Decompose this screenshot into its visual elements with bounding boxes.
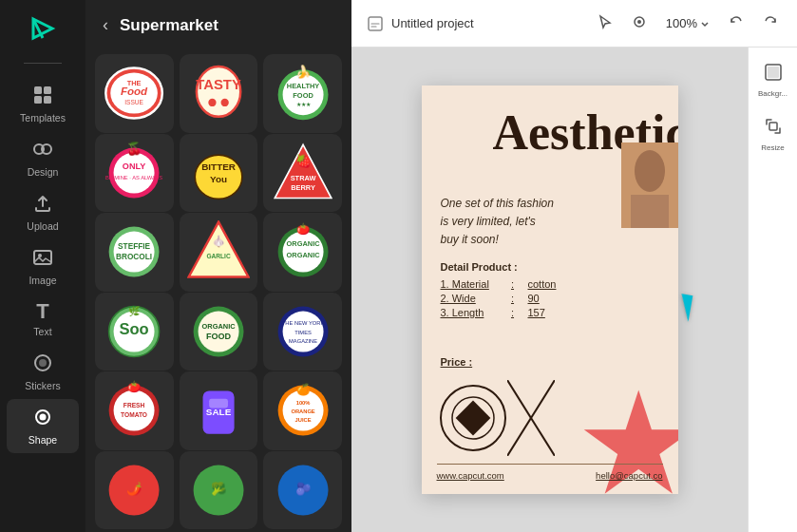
svg-rect-95 (455, 401, 490, 436)
svg-text:JUICE: JUICE (294, 418, 311, 424)
pen-tool-button[interactable] (626, 10, 653, 36)
toolbar-right: 100% (592, 10, 784, 36)
svg-point-9 (39, 359, 47, 367)
svg-point-28 (114, 152, 155, 193)
sidebar-item-templates[interactable]: Templates (7, 77, 79, 131)
svg-point-19 (208, 99, 216, 106)
sticker-item-2[interactable]: TASTY (180, 54, 258, 133)
svg-text:🍒: 🍒 (126, 142, 142, 157)
svg-text:TASTY: TASTY (196, 77, 241, 92)
canvas-workspace[interactable]: Aesthetic One set of this fashion is ver… (351, 48, 748, 532)
svg-text:★★★: ★★★ (295, 102, 310, 107)
sidebar-item-shape-label: Shape (28, 434, 57, 446)
cursor-overlay (679, 294, 691, 321)
sticker-item-8[interactable]: GARLIC 🧄 (180, 213, 258, 292)
detail-row-length: 3. Length : 157 (441, 307, 566, 318)
undo-button[interactable] (723, 10, 750, 36)
detail-row-material: 1. Material : cotton (441, 278, 566, 290)
sticker-item-9[interactable]: ORGANIC ORGANIC 🍅 (263, 213, 342, 292)
svg-text:BITTER: BITTER (201, 162, 236, 172)
project-title: Untitled project (391, 16, 474, 30)
svg-text:FOOD: FOOD (293, 91, 313, 100)
design-price-label: Price : (441, 356, 473, 368)
project-icon (365, 13, 386, 34)
sticker-item-13[interactable]: FRESH TOMATO 🍅 (95, 371, 174, 450)
sidebar-item-stickers-label: Stickers (25, 380, 60, 391)
sticker-item-1[interactable]: THE Food ISSUE (95, 54, 174, 133)
design-details: Detail Product : 1. Material : cotton 2.… (441, 261, 566, 321)
svg-text:STEFFIE: STEFFIE (118, 242, 150, 251)
panel-back-button[interactable]: ‹ (99, 13, 112, 37)
image-icon (32, 247, 53, 271)
sticker-item-16[interactable]: 🌶️ (95, 451, 174, 530)
svg-text:TOMATO: TOMATO (121, 411, 147, 418)
sticker-item-10[interactable]: Soo 🌿 (95, 293, 174, 371)
sticker-item-11[interactable]: ORGANIC FOOD (180, 293, 258, 371)
svg-rect-92 (631, 195, 669, 228)
sidebar-item-design[interactable]: Design (7, 131, 79, 185)
stickers-icon (32, 352, 53, 376)
shape-icon (32, 407, 53, 430)
sidebar-item-shape[interactable]: Shape (7, 399, 79, 453)
background-tool-icon (764, 63, 783, 86)
sidebar-item-image-label: Image (28, 275, 56, 286)
svg-text:100%: 100% (295, 401, 310, 407)
sidebar-item-text[interactable]: T Text (7, 294, 79, 345)
design-footer: www.capcut.com hello@capcut.co (437, 464, 663, 481)
svg-text:ONLY: ONLY (123, 162, 145, 171)
sidebar-item-design-label: Design (28, 166, 59, 178)
svg-text:FOOD: FOOD (206, 331, 232, 340)
svg-rect-6 (34, 251, 51, 264)
detail-product-label: Detail Product : (441, 261, 566, 273)
svg-rect-71 (209, 399, 228, 408)
sticker-item-4[interactable]: ONLY BE MINE · AS ALWAYS 🍒 (95, 134, 174, 213)
svg-text:TIMES: TIMES (294, 330, 312, 335)
background-tool-button[interactable]: Backgr... (751, 55, 795, 105)
detail-name-length: 3. Length (441, 307, 498, 318)
desc-line2: is very limited, let's (441, 213, 554, 231)
svg-rect-88 (768, 66, 779, 78)
footer-right: hello@capcut.co (596, 470, 662, 481)
app-logo (26, 11, 60, 46)
sidebar-item-stickers[interactable]: Stickers (7, 345, 79, 399)
design-description: One set of this fashion is very limited,… (441, 195, 554, 250)
canvas-toolbar: Untitled project 100% (351, 0, 797, 48)
sidebar: Templates Design Upload Image (0, 0, 85, 532)
sticker-item-3[interactable]: HEALTHY FOOD ★★★ 🍌 (263, 54, 342, 133)
svg-rect-2 (34, 96, 42, 104)
resize-tool-button[interactable]: Resize (751, 109, 795, 160)
svg-text:ISSUE: ISSUE (124, 99, 143, 105)
svg-text:🌿: 🌿 (128, 305, 141, 317)
detail-name-wide: 2. Wide (441, 293, 498, 304)
detail-value-material: cotton (528, 278, 566, 290)
sidebar-item-upload-label: Upload (27, 220, 58, 232)
sticker-item-14[interactable]: SALE (180, 371, 258, 450)
svg-text:🫐: 🫐 (294, 481, 311, 497)
sticker-item-5[interactable]: BITTER You (180, 134, 258, 213)
sidebar-item-templates-label: Templates (20, 112, 66, 124)
redo-button[interactable] (757, 10, 784, 36)
svg-text:ORANGE: ORANGE (291, 409, 314, 415)
sticker-item-17[interactable]: 🥦 (180, 451, 258, 530)
sticker-item-12[interactable]: THE NEW YORK TIMES MAGAZINE (263, 293, 342, 371)
desc-line1: One set of this fashion (441, 195, 554, 213)
design-card: Aesthetic One set of this fashion is ver… (422, 86, 678, 494)
svg-text:STRAW: STRAW (290, 174, 315, 182)
svg-text:FRESH: FRESH (123, 402, 145, 408)
svg-text:🍌: 🍌 (294, 64, 311, 80)
sidebar-item-image[interactable]: Image (7, 239, 79, 294)
sticker-item-6[interactable]: STRAW BERRY 🍓 (263, 134, 342, 213)
svg-point-86 (637, 20, 641, 24)
sticker-item-7[interactable]: STEFFIE BROCOLI (95, 213, 174, 292)
select-tool-button[interactable] (592, 10, 618, 36)
svg-text:🍅: 🍅 (127, 381, 142, 394)
detail-row-wide: 2. Wide : 90 (441, 293, 566, 304)
zoom-selector[interactable]: 100% (660, 13, 715, 33)
sticker-item-18[interactable]: 🫐 (263, 451, 342, 530)
detail-name-material: 1. Material (441, 278, 498, 290)
svg-point-11 (40, 414, 47, 421)
svg-text:BERRY: BERRY (291, 183, 315, 192)
panel-header: ‹ Supermarket (85, 0, 351, 47)
sidebar-item-upload[interactable]: Upload (7, 185, 79, 239)
sticker-item-15[interactable]: 100% ORANGE JUICE 🍊 (263, 371, 342, 450)
